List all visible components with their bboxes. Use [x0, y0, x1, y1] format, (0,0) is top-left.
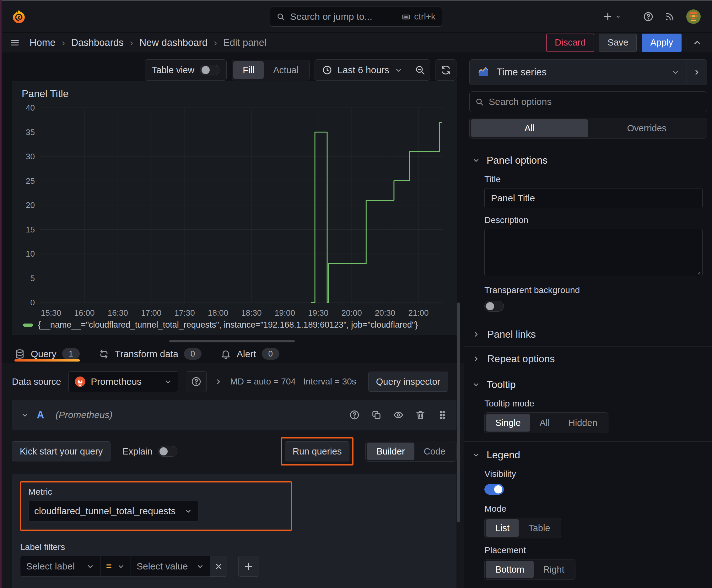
collapse-query-icon[interactable]: [21, 411, 29, 419]
search-placeholder: Search or jump to...: [290, 11, 372, 22]
help-button[interactable]: [643, 11, 654, 22]
tab-alert[interactable]: Alert 0: [220, 345, 279, 363]
tooltip-mode-switch: Single All Hidden: [484, 413, 608, 433]
actual-option[interactable]: Actual: [264, 61, 308, 79]
select-value-dropdown[interactable]: Select value: [131, 556, 210, 577]
visibility-label: Visibility: [484, 469, 703, 479]
avatar[interactable]: [686, 9, 701, 24]
breadcrumb-home[interactable]: Home: [29, 37, 56, 48]
chevron-down-icon: [671, 68, 679, 77]
remove-filter-button[interactable]: [210, 556, 227, 577]
news-button[interactable]: [664, 11, 675, 22]
svg-text:16:30: 16:30: [108, 308, 128, 318]
svg-text:18:00: 18:00: [208, 308, 228, 318]
resize-corner-icon[interactable]: [694, 269, 701, 275]
options-search[interactable]: [469, 91, 707, 112]
legend-section-header[interactable]: Legend: [469, 442, 707, 462]
metric-select[interactable]: cloudflared_tunnel_total_requests: [28, 501, 198, 521]
time-range-picker[interactable]: Last 6 hours: [315, 60, 410, 80]
description-textarea[interactable]: [484, 229, 703, 276]
svg-text:16:00: 16:00: [74, 308, 94, 318]
pane-resize-handle[interactable]: [169, 340, 295, 342]
legend-placement-switch: Bottom Right: [484, 559, 576, 580]
datasource-picker[interactable]: Prometheus: [68, 371, 178, 392]
datasource-help-button[interactable]: [186, 371, 207, 392]
new-button[interactable]: [602, 11, 621, 22]
search-icon: [277, 13, 285, 21]
explain-toggle[interactable]: [158, 446, 177, 457]
query-inspector-button[interactable]: Query inspector: [368, 372, 448, 392]
tooltip-single-option[interactable]: Single: [486, 414, 530, 432]
legend-placement-bottom[interactable]: Bottom: [486, 561, 534, 578]
menu-toggle-button[interactable]: [9, 37, 20, 48]
prometheus-icon: [74, 376, 86, 387]
legend-visibility-toggle[interactable]: [484, 484, 504, 495]
panel-title-input[interactable]: [484, 188, 703, 208]
svg-text:17:00: 17:00: [141, 308, 161, 318]
interval-stat: Interval = 30s: [303, 377, 356, 387]
breadcrumb-new-dashboard[interactable]: New dashboard: [139, 37, 208, 48]
query-builder-panel: Metric cloudflared_tunnel_total_requests…: [12, 474, 456, 588]
legend-mode-list[interactable]: List: [486, 519, 519, 537]
legend-mode-table[interactable]: Table: [519, 519, 559, 537]
main-scrollbar[interactable]: [457, 302, 460, 522]
delete-query-icon[interactable]: [415, 410, 426, 420]
chart-panel: Panel Title 051015202530354015:3016:0016…: [12, 81, 457, 335]
chevron-right-icon[interactable]: [214, 378, 222, 386]
legend-placement-right[interactable]: Right: [534, 561, 574, 578]
save-button[interactable]: Save: [599, 34, 637, 52]
run-queries-button[interactable]: Run queries: [285, 441, 349, 461]
divider: [687, 36, 687, 50]
time-series-chart[interactable]: 051015202530354015:3016:0016:3017:0017:3…: [20, 100, 447, 320]
search-input[interactable]: Search or jump to... ctrl+k: [270, 6, 442, 27]
grafana-logo-icon[interactable]: [11, 8, 27, 25]
query-help-icon[interactable]: [349, 410, 360, 420]
chart-legend-item[interactable]: {__name__="cloudflared_tunnel_total_requ…: [20, 320, 451, 333]
run-queries-highlight: Run queries: [281, 437, 353, 465]
builder-option[interactable]: Builder: [367, 443, 414, 460]
legend-mode-label: Mode: [484, 504, 703, 514]
search-shortcut: ctrl+k: [402, 12, 435, 22]
options-search-input[interactable]: [489, 97, 701, 107]
svg-text:35: 35: [26, 128, 35, 137]
code-option[interactable]: Code: [414, 443, 455, 460]
datasource-label: Data source: [12, 377, 61, 387]
edit-panel-main: Table view Fill Actual Last 6 hours: [0, 52, 464, 588]
tooltip-all-option[interactable]: All: [530, 414, 559, 432]
breadcrumb-separator: ›: [214, 37, 217, 48]
query-ref-id[interactable]: A: [37, 409, 44, 421]
transparent-background-toggle[interactable]: [484, 301, 504, 312]
fill-option[interactable]: Fill: [233, 61, 264, 79]
disable-query-icon[interactable]: [393, 410, 404, 420]
breadcrumb-dashboards[interactable]: Dashboards: [71, 37, 124, 48]
duplicate-query-icon[interactable]: [371, 410, 382, 420]
visualization-picker[interactable]: Time series: [470, 60, 687, 85]
kick-start-query-button[interactable]: Kick start your query: [12, 441, 110, 461]
add-filter-button[interactable]: [238, 556, 259, 577]
svg-text:20: 20: [26, 201, 35, 210]
refresh-button[interactable]: [435, 65, 456, 76]
panel-options-section-header[interactable]: Panel options: [469, 147, 707, 167]
zoom-out-button[interactable]: [410, 60, 430, 80]
collapse-options-button[interactable]: [687, 60, 707, 85]
tab-query[interactable]: Query 1: [15, 345, 80, 363]
tab-transform-data[interactable]: Transform data 0: [99, 345, 201, 363]
chevron-down-icon: [184, 507, 192, 516]
select-label-dropdown[interactable]: Select label: [20, 556, 101, 577]
explain-label: Explain: [123, 446, 152, 457]
repeat-options-section[interactable]: Repeat options: [469, 347, 707, 371]
tab-overrides[interactable]: Overrides: [588, 119, 706, 137]
tooltip-hidden-option[interactable]: Hidden: [559, 414, 607, 432]
discard-button[interactable]: Discard: [546, 34, 594, 52]
search-icon: [475, 98, 484, 106]
table-view-toggle[interactable]: [200, 65, 219, 76]
apply-button[interactable]: Apply: [642, 34, 682, 52]
collapse-header-button[interactable]: [692, 37, 703, 48]
operator-dropdown[interactable]: =: [100, 556, 131, 577]
time-range-control: Last 6 hours: [315, 59, 430, 81]
tab-all[interactable]: All: [471, 119, 588, 137]
panel-links-section[interactable]: Panel links: [469, 322, 707, 346]
drag-handle-icon[interactable]: [437, 410, 448, 420]
tooltip-section-header[interactable]: Tooltip: [469, 371, 707, 392]
chevron-right-icon: [693, 68, 701, 77]
